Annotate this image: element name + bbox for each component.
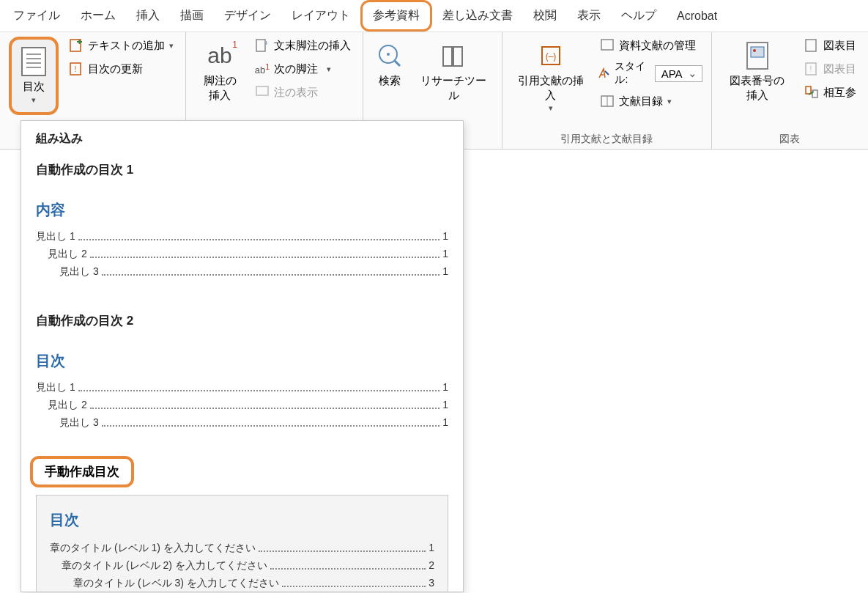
tab-references[interactable]: 参考資料 — [360, 0, 432, 32]
insert-footnote-label: 脚注の挿入 — [199, 73, 240, 102]
books-icon — [439, 41, 468, 70]
chevron-down-icon: ▾ — [31, 95, 36, 105]
tab-insert[interactable]: 挿入 — [126, 2, 170, 29]
manual-preview: 目次 章のタイトル (レベル 1) を入力してください1 章のタイトル (レベル… — [36, 495, 448, 592]
tab-help[interactable]: ヘルプ — [611, 2, 667, 29]
insert-footnote-button[interactable]: ab 1 脚注の挿入 — [195, 37, 245, 106]
svg-rect-0 — [22, 48, 45, 75]
chevron-down-icon: ▾ — [549, 103, 553, 113]
tab-file[interactable]: ファイル — [3, 2, 70, 29]
svg-text:!: ! — [810, 65, 812, 73]
fig-list-update-icon: ! — [804, 62, 819, 76]
tab-review[interactable]: 校閲 — [523, 2, 567, 29]
figure-number-icon — [743, 41, 772, 70]
insert-citation-label: 引用文献の挿入 — [516, 73, 586, 102]
chevron-down-icon: ▾ — [667, 97, 672, 106]
chevron-down-icon: ▾ — [327, 65, 331, 74]
svg-text:i: i — [266, 40, 267, 46]
auto2-label: 自動作成の目次 2 — [21, 305, 463, 351]
add-text-button[interactable]: テキストの追加 ▾ — [66, 37, 177, 54]
svg-line-14 — [395, 61, 400, 66]
citation-icon: (–) — [536, 41, 565, 70]
insert-citation-button[interactable]: (–) 引用文献の挿入 ▾ — [511, 37, 590, 117]
search-label: 検索 — [379, 73, 401, 88]
auto1-label: 自動作成の目次 1 — [21, 154, 463, 200]
insert-figure-number-label: 図表番号の挿入 — [725, 73, 790, 102]
svg-rect-17 — [453, 47, 462, 66]
svg-text:(–): (–) — [545, 51, 556, 62]
chevron-down-icon: ▾ — [169, 41, 174, 51]
tab-design[interactable]: デザイン — [214, 2, 281, 29]
update-toc-icon: ! — [69, 62, 84, 76]
svg-rect-30 — [812, 90, 817, 97]
search-button[interactable]: 検索 — [372, 37, 407, 92]
next-footnote-icon: ab1 — [255, 62, 270, 76]
citations-group-label: 引用文献と文献目録 — [511, 131, 702, 146]
insert-endnote-button[interactable]: i 文末脚注の挿入 — [252, 37, 354, 54]
toc-button-highlight: 目次 ▾ — [9, 37, 59, 115]
tab-draw[interactable]: 描画 — [170, 2, 214, 29]
fig-list-icon — [804, 38, 819, 53]
svg-rect-12 — [256, 86, 268, 95]
toc-label: 目次 — [23, 79, 45, 94]
next-footnote-button[interactable]: ab1 次の脚注 ▾ — [252, 60, 354, 78]
tab-acrobat[interactable]: Acrobat — [667, 4, 727, 29]
auto1-preview-title: 内容 — [36, 200, 448, 220]
manual-label-highlight: 手動作成目次 — [30, 456, 134, 487]
tab-view[interactable]: 表示 — [567, 2, 611, 29]
figures-group-label: 図表 — [721, 131, 859, 146]
show-notes-icon — [255, 85, 270, 100]
builtin-section-label: 組み込み — [21, 121, 463, 154]
tab-home[interactable]: ホーム — [70, 2, 126, 29]
auto2-preview-title: 目次 — [36, 351, 448, 371]
auto1-preview: 内容 見出し 11 見出し 21 見出し 31 — [21, 200, 463, 305]
research-tool-label: リサーチツール — [419, 73, 489, 102]
style-select[interactable]: APA — [655, 65, 702, 82]
bibliography-button[interactable]: 文献目録 ▾ — [597, 92, 702, 110]
endnote-icon: i — [255, 38, 270, 53]
toc-button[interactable]: 目次 ▾ — [15, 43, 53, 109]
toc-gallery-item-auto1[interactable]: 自動作成の目次 1 内容 見出し 11 見出し 21 見出し 31 — [21, 154, 463, 305]
insert-figure-number-button[interactable]: 図表番号の挿入 — [721, 37, 794, 106]
fig-list-button-2[interactable]: ! 図表目 — [801, 60, 859, 78]
crossref-button[interactable]: 相互参 — [801, 84, 859, 101]
fig-list-button-1[interactable]: 図表目 — [801, 37, 859, 54]
bibliography-icon — [600, 94, 615, 108]
svg-rect-20 — [601, 40, 613, 50]
svg-rect-16 — [443, 47, 452, 66]
svg-rect-10 — [256, 40, 265, 51]
tab-layout[interactable]: レイアウト — [281, 2, 360, 29]
tab-mailings[interactable]: 差し込み文書 — [432, 2, 523, 29]
style-icon — [597, 66, 610, 81]
manual-preview-title: 目次 — [50, 510, 434, 530]
svg-text:!: ! — [75, 65, 77, 73]
svg-point-15 — [387, 53, 390, 56]
ribbon-group-figures: 図表番号の挿入 図表目 ! 図表目 相互参 図表 — [712, 32, 868, 149]
svg-rect-29 — [806, 86, 811, 94]
toc-gallery-item-auto2[interactable]: 自動作成の目次 2 目次 見出し 11 見出し 21 見出し 31 — [21, 305, 463, 456]
search-icon — [375, 41, 404, 70]
toc-gallery-item-manual[interactable]: 手動作成目次 目次 章のタイトル (レベル 1) を入力してください1 章のタイ… — [21, 456, 463, 592]
add-text-icon — [69, 38, 84, 53]
ribbon-group-citations: (–) 引用文献の挿入 ▾ 資料文献の管理 スタイル: APA 文献目録 ▾ — [502, 32, 712, 149]
svg-rect-24 — [751, 47, 764, 57]
svg-rect-26 — [806, 40, 816, 51]
toc-dropdown-panel: 組み込み 自動作成の目次 1 内容 見出し 11 見出し 21 見出し 31 自… — [21, 120, 464, 592]
footnote-ab-icon: ab 1 — [205, 41, 234, 70]
document-icon — [19, 47, 48, 76]
research-tool-button[interactable]: リサーチツール — [415, 37, 493, 106]
style-label: スタイル: — [615, 60, 650, 86]
manage-sources-button[interactable]: 資料文献の管理 — [597, 37, 702, 54]
update-toc-button[interactable]: ! 目次の更新 — [66, 60, 177, 78]
crossref-icon — [804, 85, 819, 100]
auto2-preview: 目次 見出し 11 見出し 21 見出し 31 — [21, 351, 463, 456]
manual-label: 手動作成目次 — [45, 465, 119, 479]
show-notes-button[interactable]: 注の表示 — [252, 84, 354, 101]
manage-sources-icon — [600, 38, 615, 53]
menu-bar: ファイル ホーム 挿入 描画 デザイン レイアウト 参考資料 差し込み文書 校閲… — [0, 0, 868, 32]
svg-point-25 — [753, 49, 756, 52]
